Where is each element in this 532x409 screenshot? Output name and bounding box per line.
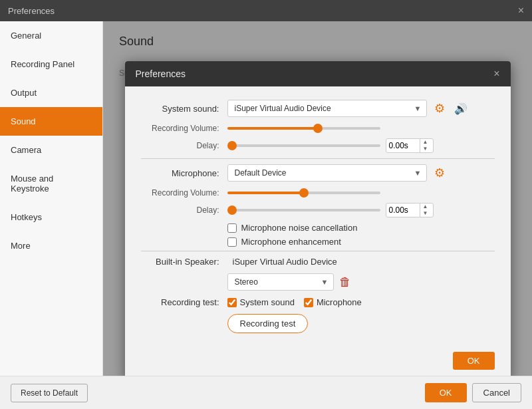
sidebar-item-general[interactable]: General xyxy=(0,21,102,50)
system-delay-slider[interactable] xyxy=(227,144,380,147)
mic-delay-input-wrapper: ▲ ▼ xyxy=(386,203,434,217)
recording-test-button[interactable]: Recording test xyxy=(227,314,309,333)
stereo-select-wrapper: Stereo Mono ▼ xyxy=(227,273,334,291)
delete-speaker-button[interactable]: 🗑 xyxy=(339,275,351,289)
bottom-right-buttons: OK Cancel xyxy=(425,383,521,402)
mic-enhancement-label: Microphone enhancement xyxy=(241,237,341,247)
sidebar-item-more[interactable]: More xyxy=(0,231,102,260)
mic-enhancement-checkbox[interactable] xyxy=(227,237,237,247)
modal-footer: OK xyxy=(125,344,511,376)
preferences-modal: Preferences × System sound: iSuper Virtu… xyxy=(125,61,511,376)
system-sound-select-wrapper: iSuper Virtual Audio Device Default Devi… xyxy=(227,100,469,117)
system-sound-check-label: System sound xyxy=(240,297,295,307)
microphone-check-label: Microphone xyxy=(317,297,362,307)
mic-delay-label: Delay: xyxy=(141,205,227,215)
title-bar-close-button[interactable]: × xyxy=(518,5,524,17)
microphone-label: Microphone: xyxy=(141,168,227,178)
ok-button[interactable]: OK xyxy=(425,383,467,402)
builtin-speaker-name: iSuper Virtual Audio Device xyxy=(233,257,337,267)
mic-volume-row: Recording Volume: xyxy=(141,188,495,198)
sidebar-item-hotkeys[interactable]: Hotkeys xyxy=(0,203,102,231)
sidebar-item-recording-panel[interactable]: Recording Panel xyxy=(0,50,102,78)
system-delay-down-button[interactable]: ▼ xyxy=(420,146,431,152)
mic-delay-spinners: ▲ ▼ xyxy=(420,204,431,217)
sidebar-item-output[interactable]: Output xyxy=(0,78,102,107)
sidebar: General Recording Panel Output Sound Cam… xyxy=(0,21,103,376)
mic-volume-label: Recording Volume: xyxy=(141,188,227,198)
modal-close-button[interactable]: × xyxy=(493,68,499,80)
mic-delay-slider-container: ▲ ▼ xyxy=(227,203,434,217)
system-sound-label: System sound: xyxy=(141,104,227,114)
recording-test-checkboxes: System sound Microphone xyxy=(227,297,362,307)
stereo-select[interactable]: Stereo Mono xyxy=(227,273,334,291)
mic-delay-slider[interactable] xyxy=(227,209,380,211)
bottom-bar: Reset to Default OK Cancel xyxy=(0,376,532,409)
system-volume-slider[interactable] xyxy=(227,127,380,130)
sidebar-item-mouse-keystroke[interactable]: Mouse and Keystroke xyxy=(0,164,102,203)
system-volume-label: Recording Volume: xyxy=(141,124,227,133)
system-sound-select[interactable]: iSuper Virtual Audio Device Default Devi… xyxy=(227,100,427,117)
system-delay-input-wrapper: ▲ ▼ xyxy=(386,138,434,153)
system-delay-slider-container: ▲ ▼ xyxy=(227,138,434,153)
microphone-select-wrapper: Default Device None iSuper Virtual Audio… xyxy=(227,164,448,182)
cancel-button[interactable]: Cancel xyxy=(472,383,521,402)
system-delay-label: Delay: xyxy=(141,141,227,150)
reset-to-default-button[interactable]: Reset to Default xyxy=(11,384,88,402)
system-delay-input[interactable] xyxy=(386,139,420,152)
recording-test-label: Recording test: xyxy=(141,297,227,307)
microphone-test-checkbox[interactable] xyxy=(304,298,313,307)
app-body: General Recording Panel Output Sound Cam… xyxy=(0,21,532,376)
sidebar-item-camera[interactable]: Camera xyxy=(0,136,102,164)
system-sound-gear-button[interactable]: ⚙ xyxy=(431,100,448,117)
mic-delay-up-button[interactable]: ▲ xyxy=(420,204,431,210)
modal-header: Preferences × xyxy=(125,61,511,86)
app-title: Preferences xyxy=(8,6,55,16)
mic-volume-slider-container xyxy=(227,192,380,194)
system-sound-speaker-button[interactable]: 🔊 xyxy=(452,100,469,117)
microphone-gear-button[interactable]: ⚙ xyxy=(431,164,448,182)
modal-ok-button[interactable]: OK xyxy=(453,352,495,370)
spacer xyxy=(141,291,495,297)
system-sound-check-item: System sound xyxy=(227,297,295,307)
modal-title: Preferences xyxy=(136,68,186,79)
recording-test-row: Recording test: System sound Microphone xyxy=(141,297,495,307)
mic-enhancement-row: Microphone enhancement xyxy=(227,237,495,247)
main-content: Sound Show the left or right click statu… xyxy=(103,21,532,376)
mic-delay-input[interactable] xyxy=(386,204,420,217)
microphone-row: Microphone: Default Device None iSuper V… xyxy=(141,164,495,182)
system-sound-row: System sound: iSuper Virtual Audio Devic… xyxy=(141,100,495,117)
system-volume-slider-container xyxy=(227,127,380,130)
system-delay-up-button[interactable]: ▲ xyxy=(420,139,431,146)
title-bar: Preferences × xyxy=(0,0,532,21)
builtin-speaker-label: Built-in Speaker: xyxy=(141,257,227,267)
system-volume-row: Recording Volume: xyxy=(141,124,495,133)
modal-overlay: Preferences × System sound: iSuper Virtu… xyxy=(103,21,532,376)
stereo-row: Stereo Mono ▼ 🗑 xyxy=(227,273,495,291)
noise-cancellation-checkbox[interactable] xyxy=(227,223,237,233)
mic-volume-slider[interactable] xyxy=(227,192,380,194)
sidebar-item-sound[interactable]: Sound xyxy=(0,107,102,136)
section-divider-2 xyxy=(141,251,495,251)
system-delay-spinners: ▲ ▼ xyxy=(420,139,431,152)
microphone-check-item: Microphone xyxy=(304,297,362,307)
builtin-speaker-row: Built-in Speaker: iSuper Virtual Audio D… xyxy=(141,257,495,267)
mic-delay-row: Delay: ▲ ▼ xyxy=(141,203,495,217)
noise-cancellation-row: Microphone noise cancellation xyxy=(227,223,495,233)
system-delay-row: Delay: ▲ ▼ xyxy=(141,138,495,153)
modal-body: System sound: iSuper Virtual Audio Devic… xyxy=(125,86,511,344)
system-sound-checkbox[interactable] xyxy=(227,298,237,307)
microphone-select[interactable]: Default Device None iSuper Virtual Audio… xyxy=(227,164,427,182)
app-window: Preferences × General Recording Panel Ou… xyxy=(0,0,532,409)
noise-cancellation-label: Microphone noise cancellation xyxy=(241,223,358,233)
section-divider xyxy=(141,158,495,159)
mic-delay-down-button[interactable]: ▼ xyxy=(420,210,431,217)
